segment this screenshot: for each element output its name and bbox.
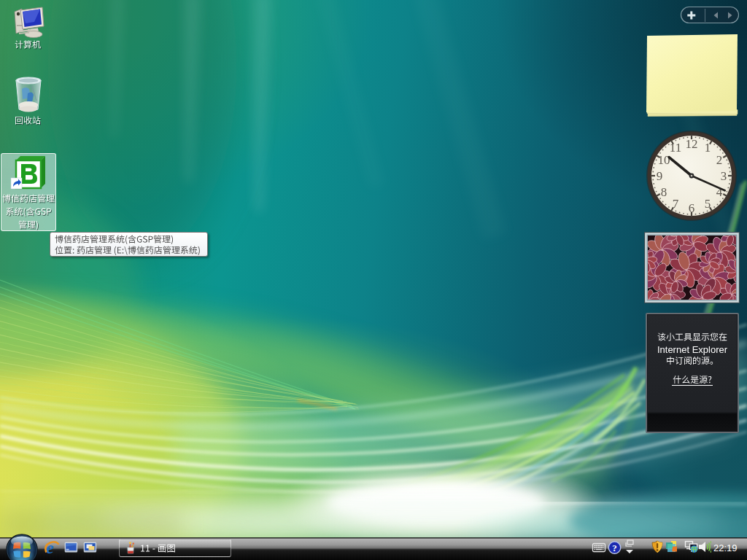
svg-text:6: 6 xyxy=(689,201,695,215)
svg-text:8: 8 xyxy=(661,185,667,199)
svg-text:5: 5 xyxy=(705,197,711,211)
svg-text:1: 1 xyxy=(705,141,711,155)
svg-text:7: 7 xyxy=(673,197,679,211)
svg-text:12: 12 xyxy=(686,137,698,151)
svg-text:10: 10 xyxy=(657,153,670,167)
svg-text:?: ? xyxy=(612,542,617,553)
svg-text:9: 9 xyxy=(657,169,663,183)
svg-text:11: 11 xyxy=(670,141,681,155)
svg-text:3: 3 xyxy=(721,169,727,183)
svg-text:2: 2 xyxy=(716,153,723,167)
